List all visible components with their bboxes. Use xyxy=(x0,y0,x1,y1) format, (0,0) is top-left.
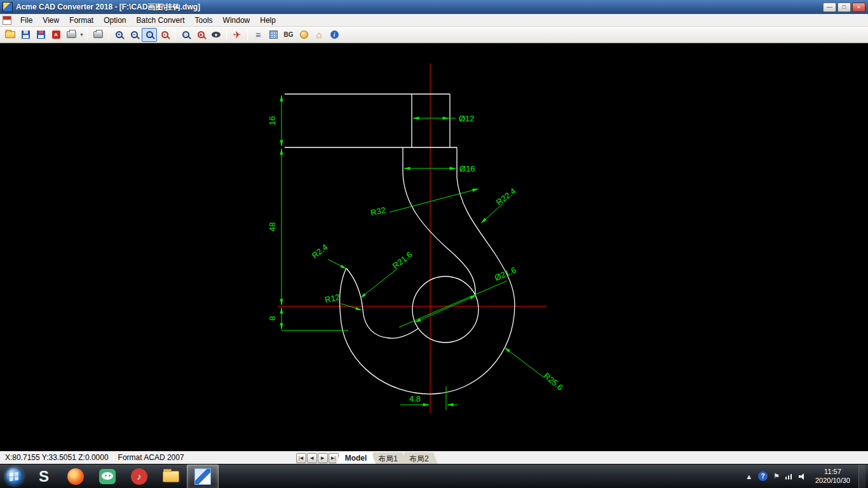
hook-outer-curve xyxy=(340,178,515,394)
menu-tools[interactable]: Tools xyxy=(190,15,218,26)
save-icon xyxy=(22,30,30,39)
zoom-window-button[interactable]: ▫ xyxy=(142,28,157,42)
dim-label-48: 48 xyxy=(268,222,277,231)
menu-format[interactable]: Format xyxy=(64,15,98,26)
tray-network-icon[interactable] xyxy=(785,473,793,480)
app-icon[interactable] xyxy=(3,2,13,12)
tab-nav-next[interactable]: ▶ xyxy=(318,453,328,463)
windows-orb-icon xyxy=(5,467,24,485)
save-button[interactable] xyxy=(18,28,33,42)
print-button[interactable] xyxy=(90,28,105,42)
tab-model[interactable]: Model xyxy=(336,452,376,464)
close-button[interactable]: × xyxy=(852,3,865,12)
hook-outline xyxy=(285,94,515,394)
open-button[interactable] xyxy=(3,28,18,42)
zoom-color-icon: ● xyxy=(198,31,205,38)
dim-label-r2-4: R2.4 xyxy=(310,242,330,261)
coordinates-readout: X:80.7155 Y:33.5051 Z:0.0000 xyxy=(5,453,109,462)
taskbar-music[interactable]: ♪ xyxy=(123,464,155,488)
system-tray: ▲ ? ⚑ 11:57 2020/10/30 xyxy=(745,464,868,488)
start-button[interactable] xyxy=(0,464,28,488)
taskbar-clock[interactable]: 11:57 2020/10/30 xyxy=(815,468,850,485)
skype-icon: S xyxy=(39,468,49,485)
taskbar-acme-cad[interactable] xyxy=(187,464,219,488)
cad-drawing[interactable]: 16 48 8 Ø12 Ø16 R32 R22.4 R2.4 R21.6 R12… xyxy=(0,43,868,451)
zoom-all-button[interactable]: ○ xyxy=(178,28,193,42)
tab-layout2[interactable]: 布局2 xyxy=(400,452,438,464)
save-as-button[interactable] xyxy=(33,28,48,42)
hook-throat-circle xyxy=(412,276,478,342)
dim-label-r22-4: R22.4 xyxy=(494,186,518,207)
dim-label-16: 16 xyxy=(268,116,277,125)
menu-batch-convert[interactable]: Batch Convert xyxy=(132,15,190,26)
dimension-labels: 16 48 8 Ø12 Ø16 R32 R22.4 R2.4 R21.6 R12… xyxy=(268,114,565,403)
toolbar-separator xyxy=(226,29,227,41)
zoom-all-icon: ○ xyxy=(182,31,189,38)
taskbar-explorer[interactable] xyxy=(155,464,187,488)
menu-window[interactable]: Window xyxy=(218,15,255,26)
dim-label-r21-6: R21.6 xyxy=(391,250,414,271)
format-readout: Format ACAD 2007 xyxy=(118,453,184,462)
tab-nav-prev[interactable]: ◀ xyxy=(307,453,317,463)
info-icon: i xyxy=(330,30,339,39)
print-preview-icon xyxy=(67,31,76,38)
maximize-button[interactable]: □ xyxy=(837,3,851,12)
tray-chevron-up-icon[interactable]: ▲ xyxy=(745,473,752,480)
dim-label-r25-6: R25.6 xyxy=(542,371,565,393)
taskbar-skype[interactable]: S xyxy=(28,464,60,488)
zoom-out-icon: − xyxy=(131,31,138,38)
open-folder-icon xyxy=(5,31,15,38)
minimize-button[interactable]: — xyxy=(823,3,836,12)
dim-label-dia16: Ø16 xyxy=(459,164,475,173)
tray-flag-icon[interactable]: ⚑ xyxy=(773,472,780,480)
home-button[interactable]: ⌂ xyxy=(311,28,327,42)
show-desktop-button[interactable] xyxy=(858,464,865,488)
render-button[interactable] xyxy=(296,28,311,42)
toolbar-separator xyxy=(87,29,88,41)
export-pdf-button[interactable]: A xyxy=(48,28,64,42)
ball-icon xyxy=(300,30,308,39)
zoom-extents-icon: ▪ xyxy=(161,31,168,38)
menu-option[interactable]: Option xyxy=(98,15,131,26)
taskbar-browser[interactable] xyxy=(60,464,92,488)
layers-button[interactable]: ≡ xyxy=(250,28,266,42)
tray-help-icon[interactable]: ? xyxy=(758,471,768,481)
hook-shank xyxy=(285,94,457,178)
print-dropdown-arrow[interactable]: ▼ xyxy=(79,28,85,42)
taskbar-wechat[interactable] xyxy=(92,464,123,488)
title-bar: Acme CAD Converter 2018 - [F:\CAD画图\挂钩.d… xyxy=(0,0,868,14)
grid-background-button[interactable] xyxy=(266,28,281,42)
tray-volume-icon[interactable] xyxy=(799,473,807,480)
zoom-out-button[interactable]: − xyxy=(126,28,142,42)
send-email-button[interactable]: ✈ xyxy=(229,28,245,42)
clock-time: 11:57 xyxy=(815,468,850,477)
drawing-canvas[interactable]: 16 48 8 Ø12 Ø16 R32 R22.4 R2.4 R21.6 R12… xyxy=(0,43,868,451)
find-view-button[interactable]: ● xyxy=(193,28,208,42)
save-as-icon xyxy=(37,30,45,39)
view-button[interactable] xyxy=(208,28,224,42)
hook-tip-inner-curve xyxy=(346,268,418,338)
print-icon xyxy=(93,31,103,38)
dim-label-r32: R32 xyxy=(370,205,386,218)
dim-label-dia21-6: Ø21.6 xyxy=(493,265,517,283)
about-button[interactable]: i xyxy=(327,28,342,42)
zoom-extents-button[interactable]: ▪ xyxy=(157,28,172,42)
menu-view[interactable]: View xyxy=(37,15,64,26)
acme-cad-icon xyxy=(194,468,211,485)
menu-file[interactable]: File xyxy=(15,15,37,26)
print-preview-button[interactable] xyxy=(64,28,79,42)
toolbar: A ▼ + − ▫ ▪ ○ ● ✈ ≡ BG ⌂ i xyxy=(0,27,868,43)
toolbar-separator xyxy=(247,29,248,41)
music-icon: ♪ xyxy=(131,468,147,485)
background-color-button[interactable]: BG xyxy=(281,28,296,42)
toolbar-separator xyxy=(175,29,175,41)
zoom-in-icon: + xyxy=(116,31,123,38)
document-icon[interactable] xyxy=(3,16,11,25)
dim-label-dia12: Ø12 xyxy=(459,114,475,123)
zoom-in-button[interactable]: + xyxy=(111,28,126,42)
tab-nav-first[interactable]: |◀ xyxy=(296,453,306,463)
menu-bar: File View Format Option Batch Convert To… xyxy=(0,14,868,27)
status-bar: X:80.7155 Y:33.5051 Z:0.0000 Format ACAD… xyxy=(0,451,868,464)
menu-help[interactable]: Help xyxy=(255,15,281,26)
dim-label-r12: R12 xyxy=(324,292,341,305)
